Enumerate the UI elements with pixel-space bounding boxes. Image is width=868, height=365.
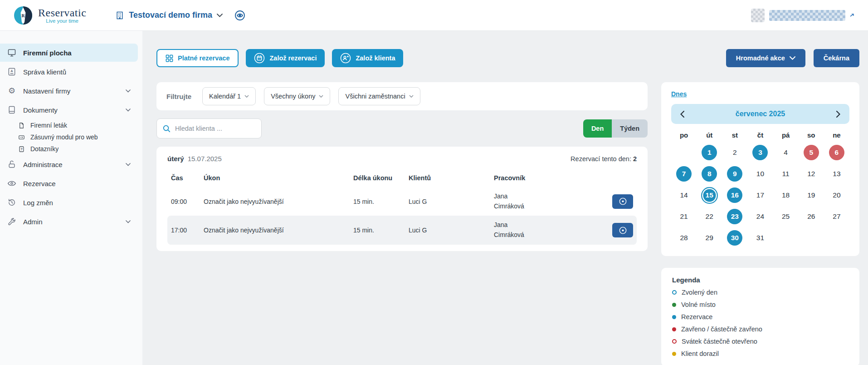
search-input[interactable] (175, 125, 256, 132)
calendar-day[interactable]: 25 (773, 207, 799, 226)
day-toggle-button[interactable]: Den (583, 119, 612, 138)
chevron-right-icon[interactable] (834, 109, 842, 119)
col-task: Úkon (200, 169, 350, 187)
calendar-filter-dropdown[interactable]: Kalendář 1 (202, 87, 256, 105)
calendar-day[interactable]: 27 (824, 207, 849, 226)
calendar-day[interactable]: 11 (773, 165, 799, 183)
sidebar-item-firemni-letak[interactable]: Firemní leták (0, 120, 138, 131)
legend-dot-icon (672, 327, 676, 331)
employees-filter-dropdown[interactable]: Všichni zaměstnanci (338, 87, 420, 105)
calendar-day[interactable]: 21 (671, 207, 697, 226)
col-clients: Klientů (405, 169, 490, 187)
cell-task: Označit jako nejvyužívanější (200, 187, 350, 216)
view-reservation-button[interactable] (612, 223, 633, 237)
calendar-day[interactable]: 7 (671, 165, 697, 183)
create-reservation-button[interactable]: Založ rezervaci (246, 49, 325, 67)
calendar-day[interactable]: 3 (747, 143, 773, 162)
calendar-day[interactable]: 1 (697, 143, 722, 162)
calendar-day[interactable]: 6 (824, 143, 849, 162)
sidebar-item-firemni-plocha[interactable]: Firemní plocha (0, 44, 138, 62)
legend-card: Legenda Zvolený denVolné místoRezervaceZ… (661, 268, 859, 365)
person-plus-icon (340, 53, 351, 64)
calendar-day[interactable]: 8 (697, 165, 722, 183)
calendar-day[interactable]: 17 (747, 186, 773, 204)
user-menu[interactable] (751, 9, 854, 22)
calendar-day[interactable]: 4 (773, 143, 799, 162)
bulk-actions-button[interactable]: Hromadné akce (726, 49, 805, 67)
calendar-day[interactable]: 15 (697, 186, 722, 204)
calendar-day[interactable]: 24 (747, 207, 773, 226)
cell-clients: Luci G (405, 216, 490, 244)
svg-text:A: A (10, 69, 13, 73)
sidebar-item-zasuvny-modul[interactable]: Zásuvný modul pro web (0, 132, 138, 143)
month-label: červenec 2025 (736, 110, 785, 118)
wrench-icon (7, 217, 16, 226)
calendar-day[interactable]: 31 (747, 229, 773, 247)
valid-reservations-button[interactable]: Platné rezervace (156, 49, 239, 67)
preview-eye-icon[interactable] (234, 10, 245, 21)
today-link[interactable]: Dnes (671, 90, 687, 98)
create-client-button[interactable]: Založ klienta (332, 49, 403, 67)
calendar-day[interactable]: 26 (799, 207, 824, 226)
sidebar: Firemní plocha A Správa klientů ⚙ Nastav… (0, 31, 143, 365)
user-menu-caret-icon (850, 13, 854, 18)
calendar-day[interactable]: 30 (722, 229, 747, 247)
tasks-filter-dropdown[interactable]: Všechny úkony (264, 87, 330, 105)
create-reservation-label: Založ rezervaci (269, 54, 317, 62)
calendar-day[interactable]: 10 (747, 165, 773, 183)
legend-title: Legenda (672, 276, 848, 284)
calendar-day[interactable]: 19 (799, 186, 824, 204)
company-selector[interactable]: Testovací demo firma (115, 10, 223, 20)
chevron-left-icon[interactable] (678, 109, 686, 119)
calendar-day[interactable]: 2 (722, 143, 747, 162)
calendar-day[interactable]: 16 (722, 186, 747, 204)
web-plugin-icon (18, 134, 25, 141)
col-worker: Pracovník (490, 169, 595, 187)
app-logo: R Reservatic Live your time (14, 6, 86, 25)
right-rail: Dnes červenec 2025 poútstčtpásone 123456… (661, 82, 859, 365)
legend-item-label: Rezervace (681, 313, 712, 321)
sidebar-item-nastaveni-firmy[interactable]: ⚙ Nastavení firmy (0, 82, 138, 100)
view-reservation-button[interactable] (612, 194, 633, 209)
building-icon (115, 11, 124, 20)
sidebar-item-sprava-klientu[interactable]: A Správa klientů (0, 63, 138, 81)
calendar-day[interactable]: 13 (824, 165, 849, 183)
tasks-filter-value: Všechny úkony (271, 93, 315, 100)
chevron-down-icon (790, 56, 795, 60)
reservations-table: Čas Úkon Délka úkonu Klientů Pracovník 0… (167, 169, 637, 245)
gear-icon: ⚙ (7, 86, 16, 95)
calendar-day[interactable]: 22 (697, 207, 722, 226)
legend-item: Klient dorazil (672, 350, 848, 357)
svg-text:R: R (21, 13, 25, 18)
calendar-day[interactable]: 18 (773, 186, 799, 204)
calendar-day[interactable]: 23 (722, 207, 747, 226)
sidebar-item-dokumenty[interactable]: Dokumenty (0, 101, 138, 119)
day-week-toggle: Den Týden (583, 119, 648, 138)
reservation-count: Rezervací tento den:2 (571, 155, 637, 163)
calendar-plus-icon (254, 53, 265, 64)
filter-label: Filtrujte (166, 93, 191, 100)
calendar-card: Dnes červenec 2025 poútstčtpásone 123456… (661, 82, 859, 256)
sidebar-item-label: Admin (23, 218, 43, 226)
calendar-day[interactable]: 5 (799, 143, 824, 162)
sidebar-item-dotazniky[interactable]: ? Dotazníky (0, 143, 138, 154)
legend-item: Zavřeno / částečně zavřeno (672, 326, 848, 333)
sidebar-item-rezervace[interactable]: Rezervace (0, 174, 138, 192)
sidebar-item-administrace[interactable]: Administrace (0, 155, 138, 173)
calendar-day[interactable]: 12 (799, 165, 824, 183)
valid-reservations-label: Platné rezervace (178, 54, 229, 62)
calendar-day[interactable]: 28 (671, 229, 697, 247)
top-header: R Reservatic Live your time Testovací de… (0, 0, 868, 31)
calendar-day[interactable]: 29 (697, 229, 722, 247)
sidebar-item-log-zmen[interactable]: Log změn (0, 193, 138, 212)
client-search (156, 118, 262, 138)
calendar-day[interactable]: 9 (722, 165, 747, 183)
calendar-day[interactable]: 14 (671, 186, 697, 204)
sidebar-item-admin[interactable]: Admin (0, 212, 138, 231)
calendar-day[interactable]: 20 (824, 186, 849, 204)
legend-dot-icon (672, 315, 676, 319)
week-toggle-button[interactable]: Týden (612, 119, 648, 138)
legend-item: Zvolený den (672, 289, 848, 296)
waiting-room-button[interactable]: Čekárna (814, 49, 859, 67)
reservations-card: úterý 15.07.2025 Rezervací tento den:2 Č… (156, 147, 648, 251)
